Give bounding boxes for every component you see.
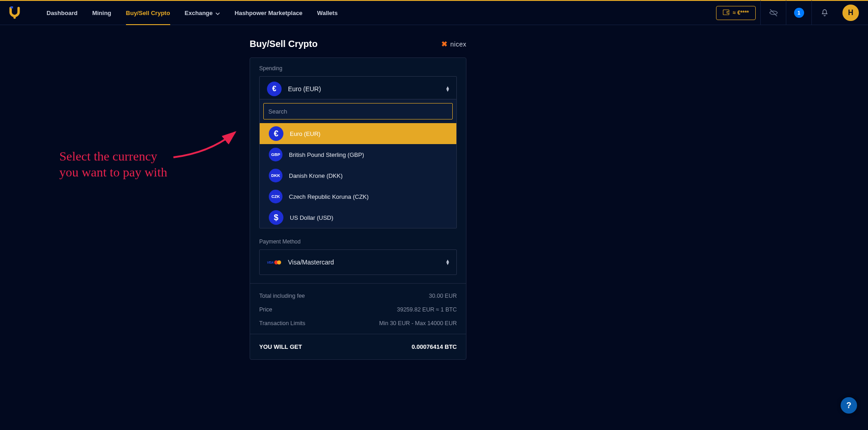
currency-icon: GBP <box>269 148 282 161</box>
annotation-line-1: Select the currency <box>59 148 242 164</box>
notification-badge: 1 <box>794 8 804 18</box>
main-nav: Dashboard Mining Buy/Sell Crypto Exchang… <box>39 1 716 25</box>
balance-button[interactable]: ≈ €**** <box>716 6 756 20</box>
currency-icon: CZK <box>269 190 282 203</box>
nav-wallets[interactable]: Wallets <box>310 1 345 25</box>
select-caret-icon: ▲▼ <box>445 86 450 92</box>
currency-option[interactable]: $US Dollar (USD) <box>260 207 456 228</box>
you-will-get-label: YOU WILL GET <box>259 343 302 350</box>
currency-option-label: Czech Republic Koruna (CZK) <box>289 193 369 200</box>
total-label: Total including fee <box>259 293 305 299</box>
currency-search-input[interactable] <box>263 103 453 119</box>
nav-hashpower[interactable]: Hashpower Marketplace <box>227 1 310 25</box>
currency-option-label: US Dollar (USD) <box>290 214 333 221</box>
euro-icon: € <box>267 82 282 96</box>
currency-list[interactable]: €Euro (EUR)GBPBritish Pound Sterling (GB… <box>260 123 456 228</box>
nav-dashboard[interactable]: Dashboard <box>39 1 85 25</box>
help-button[interactable]: ? <box>841 397 857 414</box>
nav-exchange[interactable]: Exchange <box>178 1 227 25</box>
nav-buy-sell-crypto[interactable]: Buy/Sell Crypto <box>119 1 178 25</box>
brand: ✖ nicex <box>441 40 466 48</box>
payment-method-select[interactable]: VISA Visa/Mastercard ▲▼ <box>259 249 457 275</box>
logo[interactable] <box>8 6 21 19</box>
annotation-line-2: you want to pay with <box>59 164 242 180</box>
currency-option[interactable]: GBPBritish Pound Sterling (GBP) <box>260 144 456 165</box>
you-will-get-value: 0.00076414 BTC <box>412 343 457 350</box>
currency-icon: $ <box>269 210 283 225</box>
svg-point-1 <box>13 16 16 19</box>
annotation-text: Select the currency you want to pay with <box>59 148 242 180</box>
payment-method-label: Payment Method <box>259 238 457 245</box>
buy-sell-panel: Buy/Sell Crypto ✖ nicex Spending € Euro … <box>250 39 466 360</box>
nav-mining[interactable]: Mining <box>85 1 119 25</box>
brand-label: nicex <box>450 41 466 48</box>
currency-option-label: Euro (EUR) <box>290 130 320 137</box>
avatar[interactable]: H <box>842 5 859 21</box>
spending-selected-label: Euro (EUR) <box>288 85 321 93</box>
wallet-icon <box>723 10 729 16</box>
currency-icon: € <box>269 126 283 141</box>
balance-text: ≈ €**** <box>733 10 749 16</box>
currency-option[interactable]: CZKCzech Republic Koruna (CZK) <box>260 186 456 207</box>
nav-exchange-label: Exchange <box>185 10 213 16</box>
limits-value: Min 30 EUR - Max 14000 EUR <box>379 320 457 326</box>
total-value: 30.00 EUR <box>429 293 457 299</box>
price-value: 39259.82 EUR ≈ 1 BTC <box>397 306 457 313</box>
currency-option-label: British Pound Sterling (GBP) <box>289 151 364 158</box>
visibility-off-icon[interactable] <box>760 0 786 25</box>
currency-icon: DKK <box>269 169 282 182</box>
page: Select the currency you want to pay with… <box>0 25 868 430</box>
page-title: Buy/Sell Crypto <box>250 39 318 49</box>
currency-option[interactable]: €Euro (EUR) <box>260 123 456 144</box>
topbar-right: ≈ €**** 1 H <box>716 1 859 25</box>
svg-rect-3 <box>727 11 729 13</box>
payment-selected-label: Visa/Mastercard <box>288 259 334 266</box>
notification-count[interactable]: 1 <box>786 0 811 25</box>
currency-dropdown: €Euro (EUR)GBPBritish Pound Sterling (GB… <box>259 99 457 228</box>
spending-label: Spending <box>259 65 457 72</box>
nicex-icon: ✖ <box>441 40 448 48</box>
price-label: Price <box>259 306 272 313</box>
currency-option[interactable]: DKKDanish Krone (DKK) <box>260 165 456 186</box>
chevron-down-icon <box>215 10 220 16</box>
topbar: Dashboard Mining Buy/Sell Crypto Exchang… <box>0 0 868 25</box>
purchase-card: Spending € Euro (EUR) ▲▼ €Euro (EUR)GBPB… <box>250 57 466 360</box>
card-brands-icon: VISA <box>267 260 282 264</box>
annotation-arrow <box>169 128 246 164</box>
svg-rect-0 <box>10 6 13 8</box>
spending-currency-select[interactable]: € Euro (EUR) ▲▼ <box>259 76 457 102</box>
limits-label: Transaction Limits <box>259 320 305 326</box>
currency-option-label: Danish Krone (DKK) <box>289 172 343 179</box>
select-caret-icon: ▲▼ <box>445 259 450 265</box>
bell-icon[interactable] <box>811 0 837 25</box>
